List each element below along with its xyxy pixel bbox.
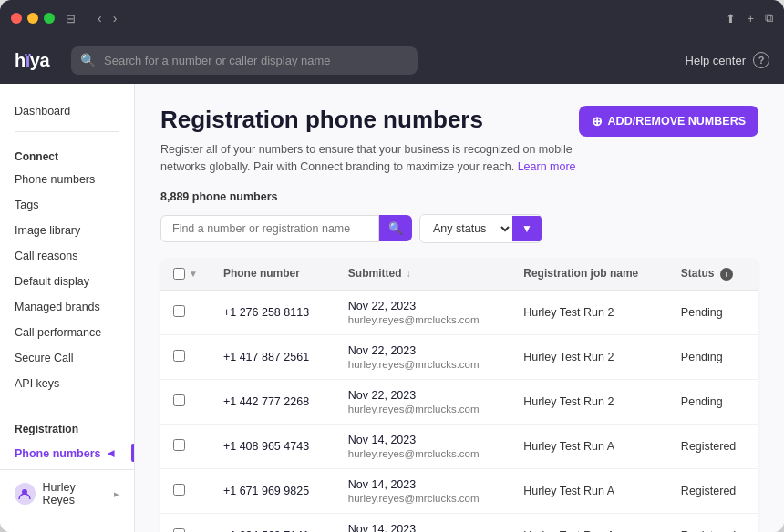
row-checkbox-cell [160, 334, 211, 379]
select-all-arrow[interactable]: ▼ [189, 269, 198, 279]
sidebar-item-default-display[interactable]: Default display [0, 269, 134, 294]
status-select[interactable]: Any status Pending Registered [420, 215, 512, 242]
row-submitted: Nov 22, 2023 hurley.reyes@mrclucks.com [335, 290, 511, 334]
sidebar: Dashboard Connect Phone numbers Tags Ima… [0, 84, 135, 532]
select-all-checkbox[interactable] [173, 268, 185, 280]
learn-more-link[interactable]: Learn more [518, 160, 576, 173]
traffic-lights [11, 13, 55, 24]
row-status: Registered [668, 424, 758, 468]
search-filter: 🔍 [160, 214, 412, 243]
windows-button[interactable]: ⧉ [765, 11, 773, 26]
row-checkbox[interactable] [173, 439, 185, 451]
table-body: +1 276 258 8113 Nov 22, 2023 hurley.reye… [160, 290, 758, 532]
row-job: Hurley Test Run 2 [511, 334, 668, 379]
row-phone: +1 408 965 4743 [211, 424, 335, 468]
app-window: ⊟ ‹ › ⬆ + ⧉ hïya 🔍 Help center ? Dashboa… [0, 0, 784, 532]
back-button[interactable]: ‹ [94, 9, 106, 27]
search-submit-button[interactable]: 🔍 [379, 215, 412, 241]
row-checkbox[interactable] [173, 528, 185, 533]
user-menu-arrow[interactable]: ▸ [114, 488, 119, 500]
count-label: 8,889 phone numbers [160, 190, 758, 203]
search-icon: 🔍 [80, 53, 96, 67]
sidebar-divider-1 [15, 131, 119, 132]
sidebar-divider-2 [15, 404, 119, 404]
sidebar-section-connect: Connect [0, 139, 134, 167]
th-job: Registration job name [511, 258, 668, 291]
th-submitted: Submitted ↓ [335, 258, 511, 291]
row-checkbox[interactable] [173, 305, 185, 317]
share-button[interactable]: ⬆ [726, 12, 736, 26]
user-name: Hurley Reyes [43, 481, 107, 506]
header-right: Help center ? [686, 52, 769, 68]
help-center-label: Help center [686, 54, 746, 67]
sidebar-item-phone-numbers[interactable]: Phone numbers [0, 167, 134, 192]
sidebar-item-reg-phone-numbers[interactable]: Phone numbers ◂ [0, 439, 134, 466]
row-checkbox-cell [160, 424, 211, 468]
row-submitted: Nov 14, 2023 hurley.reyes@mrclucks.com [335, 513, 511, 532]
search-bar: 🔍 [71, 46, 418, 75]
row-status: Pending [668, 379, 758, 424]
sidebar-item-call-reasons[interactable]: Call reasons [0, 243, 134, 269]
th-status: Status i [668, 258, 758, 291]
sidebar-item-call-performance[interactable]: Call performance [0, 320, 134, 345]
forward-button[interactable]: › [109, 9, 121, 27]
minimize-button[interactable] [27, 13, 38, 24]
table-row: +1 417 887 2561 Nov 22, 2023 hurley.reye… [160, 334, 758, 379]
window-icon: ⊟ [66, 12, 76, 26]
table-row: +1 276 258 8113 Nov 22, 2023 hurley.reye… [160, 290, 758, 334]
row-submitted: Nov 14, 2023 hurley.reyes@mrclucks.com [335, 468, 511, 513]
number-search-input[interactable] [160, 215, 379, 242]
row-checkbox[interactable] [173, 484, 185, 496]
table-header: ▼ Phone number Submitted ↓ Registration … [160, 258, 758, 291]
row-checkbox[interactable] [173, 394, 185, 406]
sidebar-item-dashboard[interactable]: Dashboard [0, 98, 134, 124]
close-button[interactable] [11, 13, 22, 24]
row-checkbox-cell [160, 290, 211, 334]
sidebar-item-api-keys[interactable]: API keys [0, 371, 134, 396]
table-row: +1 408 965 4743 Nov 14, 2023 hurley.reye… [160, 424, 758, 468]
sidebar-item-tags[interactable]: Tags [0, 192, 134, 218]
table-row: +1 671 969 9825 Nov 14, 2023 hurley.reye… [160, 468, 758, 513]
page-description: Register all of your numbers to ensure t… [160, 141, 579, 176]
row-job: Hurley Test Run A [511, 424, 668, 468]
body: Dashboard Connect Phone numbers Tags Ima… [0, 84, 784, 532]
row-phone: +1 671 969 9825 [211, 468, 335, 513]
row-status: Pending [668, 290, 758, 334]
sidebar-item-image-library[interactable]: Image library [0, 218, 134, 243]
filters: 🔍 Any status Pending Registered ▼ [160, 214, 758, 243]
page-title: Registration phone numbers [160, 106, 579, 134]
titlebar: ⊟ ‹ › ⬆ + ⧉ [0, 0, 784, 36]
row-job: Hurley Test Run 2 [511, 379, 668, 424]
row-phone: +1 417 887 2561 [211, 334, 335, 379]
page-header-left: Registration phone numbers Register all … [160, 106, 579, 176]
submitted-sort-icon: ↓ [407, 269, 411, 279]
sidebar-footer: Hurley Reyes ▸ [0, 469, 134, 517]
table-row: +1 224 569 7141 Nov 14, 2023 hurley.reye… [160, 513, 758, 532]
row-submitted: Nov 22, 2023 hurley.reyes@mrclucks.com [335, 379, 511, 424]
row-status: Registered [668, 513, 758, 532]
table-row: +1 442 777 2268 Nov 22, 2023 hurley.reye… [160, 379, 758, 424]
sidebar-item-managed-brands[interactable]: Managed brands [0, 294, 134, 320]
main-content: Registration phone numbers Register all … [135, 84, 784, 532]
row-job: Hurley Test Run A [511, 468, 668, 513]
sidebar-item-secure-call[interactable]: Secure Call [0, 345, 134, 371]
status-filter-arrow: ▼ [512, 216, 542, 241]
add-icon: ⊕ [592, 114, 603, 128]
search-input[interactable] [71, 46, 418, 75]
row-job: Hurley Test Run 2 [511, 290, 668, 334]
add-remove-numbers-button[interactable]: ⊕ ADD/REMOVE NUMBERS [579, 106, 758, 137]
row-status: Registered [668, 468, 758, 513]
sidebar-section-registration: Registration [0, 412, 134, 439]
row-status: Pending [668, 334, 758, 379]
new-tab-button[interactable]: + [747, 12, 754, 26]
titlebar-nav: ‹ › [94, 9, 120, 27]
logo: hïya [15, 50, 49, 71]
phone-numbers-table: ▼ Phone number Submitted ↓ Registration … [160, 258, 758, 533]
maximize-button[interactable] [44, 13, 55, 24]
help-icon[interactable]: ? [753, 52, 769, 68]
row-checkbox-cell [160, 468, 211, 513]
th-phone: Phone number [211, 258, 335, 291]
status-filter: Any status Pending Registered ▼ [419, 214, 542, 243]
row-checkbox[interactable] [173, 350, 185, 362]
row-job: Hurley Test Run A [511, 513, 668, 532]
